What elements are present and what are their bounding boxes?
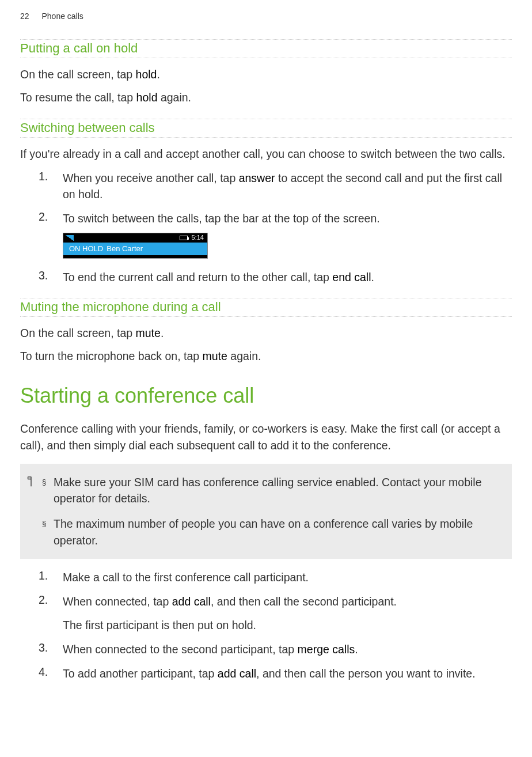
conf-step-2: 2. When connected, tap add call, and the…: [20, 593, 512, 633]
section-hold-title: Putting a call on hold: [20, 40, 512, 58]
conference-intro: Conference calling with your friends, fa…: [20, 421, 512, 453]
on-hold-bar-screenshot: 5:14 ON HOLDBen Carter: [63, 233, 208, 259]
conference-note-box: § Make sure your SIM card has conference…: [20, 464, 512, 559]
chapter-title: Phone calls: [41, 12, 83, 21]
conf-step-3: 3. When connected to the second particip…: [20, 641, 512, 657]
note-bullet-2: § The maximum number of people you can h…: [42, 516, 503, 548]
switch-step-1: 1. When you receive another call, tap an…: [20, 170, 512, 203]
section-switch-header: Switching between calls: [20, 119, 512, 138]
section-mute-header: Muting the microphone during a call: [20, 298, 512, 317]
conf-step-1: 1. Make a call to the first conference c…: [20, 569, 512, 585]
mock-time: 5:14: [192, 234, 204, 241]
mock-hold-bar: ON HOLDBen Carter: [63, 243, 207, 255]
requirement-icon: [26, 474, 42, 548]
switch-step-2: 2. To switch between the calls, tap the …: [20, 210, 512, 260]
bullet-icon: §: [42, 474, 54, 507]
mute-p1: On the call screen, tap mute.: [20, 325, 512, 341]
note-bullet-1: § Make sure your SIM card has conference…: [42, 474, 503, 507]
switch-step-3: 3. To end the current call and return to…: [20, 269, 512, 285]
section-conference-title: Starting a conference call: [20, 384, 512, 408]
battery-icon: [180, 236, 188, 240]
section-hold-header: Putting a call on hold: [20, 39, 512, 58]
bullet-icon: §: [42, 516, 54, 548]
section-mute-title: Muting the microphone during a call: [20, 298, 512, 316]
switch-steps: 1. When you receive another call, tap an…: [20, 170, 512, 285]
page-header: 22 Phone calls: [20, 12, 512, 21]
mock-status-bar: 5:14: [63, 233, 207, 243]
page-number: 22: [20, 12, 29, 21]
section-hold-body: On the call screen, tap hold. To resume …: [20, 66, 512, 106]
section-mute-body: On the call screen, tap mute. To turn th…: [20, 325, 512, 365]
section-switch-body: If you're already in a call and accept a…: [20, 146, 512, 285]
hold-p2: To resume the call, tap hold again.: [20, 89, 512, 105]
mute-p2: To turn the microphone back on, tap mute…: [20, 348, 512, 364]
conf-step-4: 4. To add another participant, tap add c…: [20, 665, 512, 682]
switch-intro: If you're already in a call and accept a…: [20, 146, 512, 162]
section-switch-title: Switching between calls: [20, 119, 512, 137]
conference-steps: 1. Make a call to the first conference c…: [20, 569, 512, 682]
hold-p1: On the call screen, tap hold.: [20, 66, 512, 82]
page-root: 22 Phone calls Putting a call on hold On…: [0, 0, 532, 701]
signal-icon: [66, 235, 74, 241]
conf-step-2-sub: The first participant is then put on hol…: [63, 617, 397, 633]
